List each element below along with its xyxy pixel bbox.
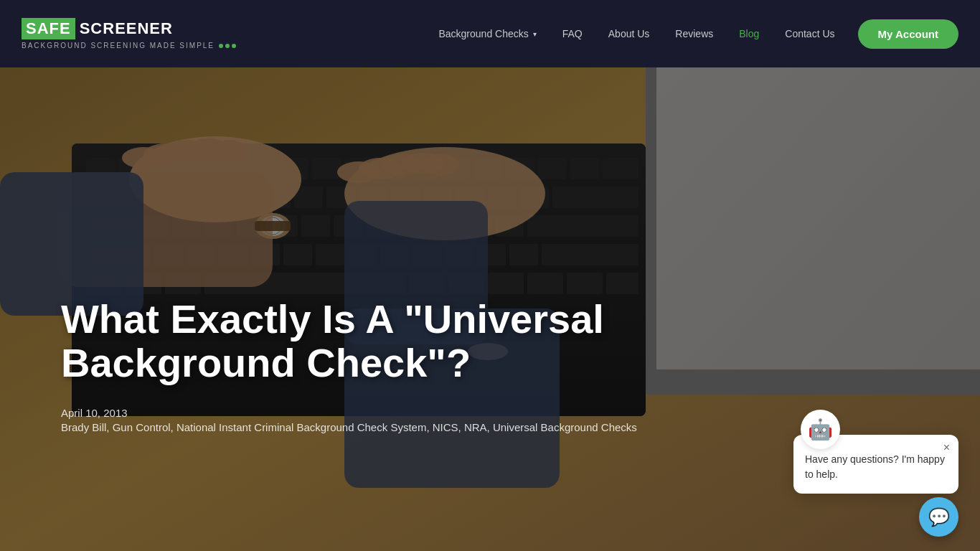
logo-dots — [219, 44, 236, 48]
nav-about-us[interactable]: About Us — [598, 22, 660, 45]
logo-tagline-text: BACKGROUND SCREENING MADE SIMPLE — [22, 42, 215, 50]
chat-close-button[interactable]: × — [943, 442, 950, 453]
hero-tags: Brady Bill, Gun Control, National Instan… — [61, 419, 637, 436]
nav-background-checks[interactable]: Background Checks ▾ — [428, 22, 546, 45]
hero-meta: April 10, 2013 Brady Bill, Gun Control, … — [61, 407, 707, 436]
nav-contact-us[interactable]: Contact Us — [775, 22, 844, 45]
site-header: SAFE SCREENER BACKGROUND SCREENING MADE … — [0, 0, 980, 67]
logo-screener: SCREENER — [80, 19, 173, 38]
logo-safe: SAFE — [22, 18, 75, 39]
nav-reviews[interactable]: Reviews — [665, 22, 723, 45]
main-nav: Background Checks ▾ FAQ About Us Reviews… — [428, 19, 958, 49]
hero-content: What Exactly Is A "Universal Background … — [61, 297, 707, 436]
dropdown-icon: ▾ — [533, 30, 537, 38]
nav-blog[interactable]: Blog — [729, 22, 769, 45]
chat-avatar: 🤖 — [801, 410, 840, 449]
chat-button-icon: 💬 — [928, 507, 950, 527]
logo[interactable]: SAFE SCREENER BACKGROUND SCREENING MADE … — [22, 18, 236, 50]
hero-date: April 10, 2013 — [61, 407, 128, 419]
bot-icon: 🤖 — [808, 418, 833, 441]
my-account-button[interactable]: My Account — [858, 19, 958, 49]
chat-open-button[interactable]: 💬 — [919, 497, 958, 537]
chat-widget: 🤖 × Have any questions? I'm happy to hel… — [793, 435, 958, 494]
nav-faq[interactable]: FAQ — [552, 22, 593, 45]
chat-message-text: Have any questions? I'm happy to help. — [805, 452, 947, 482]
hero-title: What Exactly Is A "Universal Background … — [61, 297, 707, 385]
